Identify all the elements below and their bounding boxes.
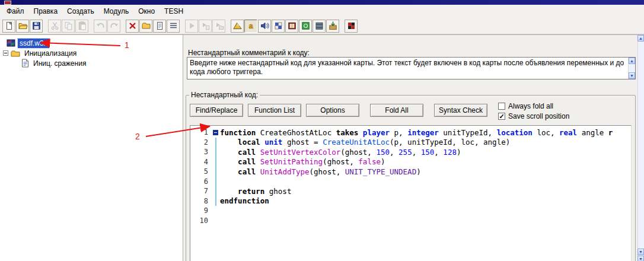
find-replace-button[interactable]: Find/Replace	[190, 104, 243, 117]
object-editor-button[interactable]	[272, 20, 285, 33]
scroll-up-arrow-icon[interactable]: ▲	[629, 58, 635, 64]
sound-editor-icon	[260, 21, 270, 31]
tree-item-trigger[interactable]: Иниц. сражения	[31, 59, 88, 68]
line-number: 10	[190, 217, 212, 225]
checkbox-label: Always fold all	[508, 102, 553, 110]
scroll-down-arrow-icon[interactable]: ▼	[637, 249, 644, 255]
custom-code-group: Нестандартный код: Find/ReplaceFunction …	[186, 91, 636, 261]
toolbar-separator	[180, 20, 185, 33]
line-number: 5	[190, 167, 212, 176]
line-number: 8	[190, 197, 212, 205]
delete-button[interactable]	[126, 20, 139, 33]
fold-margin	[212, 186, 220, 196]
line-number: 1	[190, 128, 212, 136]
open-map-icon	[18, 21, 28, 31]
app-icon	[4, 1, 11, 5]
toolbar-separator	[89, 20, 94, 33]
tree-item-category[interactable]: Инициализация	[23, 49, 78, 58]
map-file-icon	[7, 39, 15, 47]
menu-item[interactable]: TESH	[160, 5, 188, 17]
collapse-toggle-icon[interactable]	[3, 50, 8, 56]
save-scroll-position-checkbox[interactable]: ✓	[498, 113, 505, 120]
code-text: return ghost	[220, 187, 291, 196]
comment-scrollbar: ▲ ▼	[628, 58, 635, 79]
new-document-button[interactable]	[153, 20, 166, 33]
code-line: 9	[190, 206, 631, 216]
always-fold-all-checkbox[interactable]	[498, 103, 505, 110]
object-manager-icon	[314, 21, 324, 31]
fold-guide-line	[215, 147, 216, 157]
ai-editor-icon	[301, 21, 311, 31]
code-text: call UnitAddType(ghost, UNIT_TYPE_UNDEAD…	[220, 167, 421, 176]
code-editor[interactable]: 1function CreateGhostAtLoc takes player …	[190, 125, 632, 261]
syntax-check-button[interactable]: Syntax Check	[434, 104, 487, 117]
function-list-button[interactable]: Function List	[248, 104, 301, 117]
code-text: endfunction	[220, 196, 269, 205]
new-folder-button[interactable]	[139, 20, 152, 33]
sound-editor-button[interactable]	[258, 20, 271, 33]
new-map-button[interactable]	[2, 20, 15, 33]
always-fold-all-option: Always fold all	[498, 102, 569, 110]
view-list-icon	[168, 21, 178, 31]
object-manager-button[interactable]	[313, 20, 326, 33]
ai-editor-button[interactable]	[299, 20, 312, 33]
tree-row-map: ssdf.w3x	[0, 38, 183, 48]
fold-guide-line	[215, 186, 216, 196]
line-number: 4	[190, 158, 212, 166]
menu-item[interactable]: Правка	[29, 5, 63, 17]
fold-guide-line	[215, 138, 216, 148]
object-editor-icon	[273, 21, 283, 31]
fold-guide-line	[215, 157, 216, 167]
line-number: 7	[190, 187, 212, 195]
trigger-editor-button[interactable]: a	[244, 20, 257, 33]
import-manager-button[interactable]	[326, 20, 339, 33]
terrain-editor-button[interactable]	[231, 20, 244, 33]
svg-text:a: a	[248, 21, 253, 30]
scroll-down-arrow-icon[interactable]: ▼	[637, 256, 644, 261]
run-folder-button	[212, 20, 225, 33]
menu-item[interactable]: Модуль	[99, 5, 134, 17]
code-line: 2 local unit ghost = CreateUnitAtLoc(p, …	[190, 138, 631, 148]
fold-margin	[212, 157, 220, 167]
code-line: 5 call UnitAddType(ghost, UNIT_TYPE_UNDE…	[190, 167, 631, 177]
paste-icon	[77, 21, 87, 31]
trigger-tree-panel: ssdf.w3x Инициализация Иниц. сражения	[0, 35, 183, 261]
test-map-button[interactable]	[345, 20, 358, 33]
run-icon	[187, 21, 197, 31]
fold-margin	[212, 138, 220, 148]
code-line: 1function CreateGhostAtLoc takes player …	[190, 128, 631, 138]
menu-item[interactable]: Окно	[133, 5, 160, 17]
fold-margin	[212, 196, 220, 206]
view-list-button[interactable]	[167, 20, 180, 33]
menu-item[interactable]: Создать	[62, 5, 99, 17]
vertical-scrollbar[interactable]: ▲ ▼ ▼	[637, 35, 644, 261]
code-toolbar: Find/ReplaceFunction ListOptionsFold All…	[190, 104, 632, 120]
copy-button	[62, 20, 75, 33]
code-line: 6	[190, 177, 631, 187]
map-comment-textarea[interactable]: Введите ниже нестандартный код для указа…	[187, 57, 636, 79]
new-folder-icon	[141, 21, 151, 31]
scroll-up-arrow-icon[interactable]: ▲	[637, 35, 644, 42]
redo-icon	[109, 21, 119, 31]
options-button[interactable]: Options	[306, 104, 359, 117]
line-number: 2	[190, 138, 212, 147]
cut-button	[48, 20, 61, 33]
run-folder-icon	[214, 21, 224, 31]
fold-collapse-icon[interactable]	[213, 130, 218, 135]
code-text: call SetUnitPathing(ghost, false)	[220, 157, 385, 166]
campaign-editor-button[interactable]	[285, 20, 298, 33]
run-button	[185, 20, 198, 33]
tree-item-map[interactable]: ssdf.w3x	[18, 39, 49, 48]
comment-label: Нестандартный комментарий к коду:	[188, 49, 310, 57]
custom-code-label: Нестандартный код:	[189, 91, 260, 99]
save-map-button[interactable]	[30, 20, 43, 33]
trigger-editor-icon: a	[246, 21, 256, 31]
scroll-down-arrow-icon[interactable]: ▼	[629, 72, 635, 79]
map-comment-text: Введите ниже нестандартный код для указа…	[190, 59, 624, 77]
open-map-button[interactable]	[16, 20, 29, 33]
cut-icon	[50, 21, 60, 31]
fold-margin	[212, 167, 220, 177]
code-text: local unit ghost = CreateUnitAtLoc(p, un…	[220, 138, 510, 147]
menu-item[interactable]: Файл	[2, 5, 29, 17]
fold-all-button[interactable]: Fold All	[370, 104, 423, 117]
